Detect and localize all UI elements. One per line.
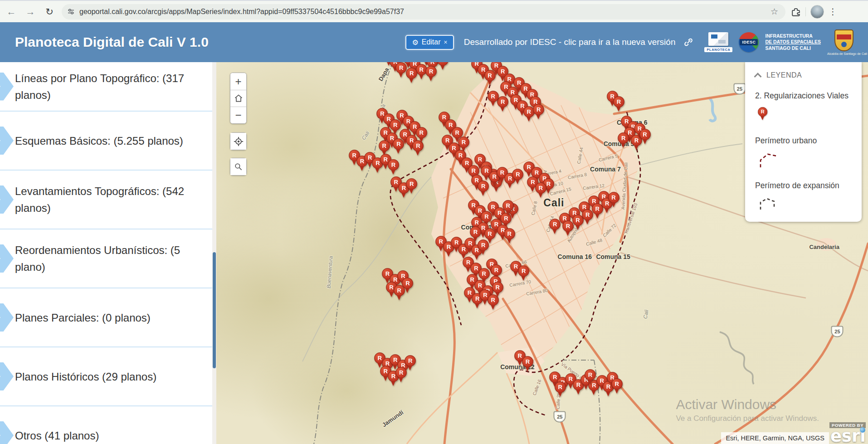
zoom-in-button[interactable]: + — [230, 73, 246, 90]
sidebar: Líneas por Plano Topográfico: (317 plano… — [0, 62, 212, 444]
sidebar-item-lineas-plano-topografico[interactable]: Líneas por Plano Topográfico: (317 plano… — [0, 62, 212, 112]
dashed-maroon-line-icon — [758, 152, 852, 169]
esri-wordmark: esri — [829, 429, 866, 444]
legend-layer-label: 2. Regularizaciones Viales — [755, 91, 852, 101]
home-button[interactable] — [230, 90, 246, 107]
highway-shield: 25 — [554, 411, 566, 423]
back-icon[interactable]: ← — [4, 4, 19, 20]
idesc-wordmark: INFRAESTRUCTURA DE DATOS ESPACIALES SANT… — [765, 33, 821, 52]
profile-avatar[interactable] — [810, 5, 824, 19]
sidebar-item-otros[interactable]: Otros (41 planos) — [0, 406, 212, 444]
forward-icon[interactable]: → — [23, 4, 38, 20]
legend-title: LEYENDA — [766, 71, 802, 79]
map-canvas[interactable]: CaliComuna 6Comuna 5.Comuna 7Comuna 16Co… — [216, 62, 868, 444]
reload-icon[interactable]: ↻ — [42, 4, 57, 20]
edit-close-icon[interactable]: × — [444, 39, 448, 46]
esri-logo: POWERED BY esri — [829, 420, 866, 444]
chevron-right-icon — [0, 362, 14, 390]
legend-panel: LEYENDA 2. Regularizaciones Viales R Per… — [745, 62, 862, 222]
sidebar-item-planes-parciales[interactable]: Planes Parciales: (0 planos) — [0, 288, 212, 347]
legend-layer-label: Perímetro urbano — [755, 136, 852, 146]
sidebar-item-planos-historicos[interactable]: Planos Históricos (29 planos) — [0, 347, 212, 406]
chevron-right-icon — [0, 303, 14, 332]
gear-icon: ⚙ — [412, 38, 418, 47]
map-attribution: Esri, HERE, Garmin, NGA, USGS — [721, 432, 829, 444]
edit-button[interactable]: ⚙ Editar × — [405, 35, 454, 50]
url-text[interactable]: geoportal.cali.gov.co/arcgis/apps/MapSer… — [79, 8, 404, 16]
new-version-link[interactable]: Desarrollado por IDESC - clic para ir a … — [464, 37, 676, 47]
map-controls: + − — [230, 73, 247, 124]
extensions-icon[interactable] — [791, 7, 801, 17]
locate-button[interactable] — [230, 132, 247, 150]
search-button[interactable] — [230, 158, 247, 176]
legend-layer-label: Perímetro de expansión — [755, 181, 852, 190]
highway-shield: 25 — [733, 83, 746, 94]
chevron-right-icon — [0, 127, 14, 155]
esri-globe-dot-icon — [860, 427, 865, 433]
crest-icon — [834, 29, 853, 51]
chevron-up-icon — [754, 73, 762, 80]
sidebar-item-levantamientos-topograficos[interactable]: Levantamientos Topográficos: (542 planos… — [0, 171, 212, 229]
link-icon[interactable] — [683, 37, 693, 47]
dashed-dark-line-icon — [758, 197, 852, 214]
highway-shield: 25 — [831, 326, 844, 337]
legend-header[interactable]: LEYENDA — [755, 71, 852, 79]
zoom-out-button[interactable]: − — [230, 107, 246, 123]
bookmark-star-icon[interactable]: ☆ — [770, 6, 778, 17]
browser-menu-icon[interactable]: ⋮ — [829, 6, 837, 17]
planoteca-logo[interactable]: PLANOTECA — [704, 32, 732, 52]
browser-toolbar: ← → ↻ geoportal.cali.gov.co/arcgis/apps/… — [0, 0, 868, 22]
site-settings-icon[interactable] — [67, 8, 75, 15]
app-header: Planoteca Digital de Cali V 1.0 ⚙ Editar… — [0, 22, 868, 62]
red-pin-icon: R — [758, 107, 768, 121]
sidebar-scrollbar-thumb[interactable] — [213, 252, 216, 368]
sidebar-item-reordenamientos-urbanisticos[interactable]: Reordenamientos Urbanísticos: (5 plano) — [0, 229, 212, 288]
alcaldia-crest-logo[interactable]: Alcaldía de Santiago de Cali — [827, 29, 861, 55]
toolbar-separator — [805, 7, 806, 16]
address-bar[interactable]: geoportal.cali.gov.co/arcgis/apps/MapSer… — [62, 4, 785, 20]
sidebar-item-esquemas-basicos[interactable]: Esquemas Básicos: (5.255 planos) — [0, 112, 212, 171]
planoteca-map-icon — [708, 32, 728, 46]
sidebar-scrollbar[interactable] — [212, 62, 216, 444]
page-title: Planoteca Digital de Cali V 1.0 — [15, 34, 209, 50]
idesc-logo[interactable]: IDESC — [739, 32, 759, 52]
